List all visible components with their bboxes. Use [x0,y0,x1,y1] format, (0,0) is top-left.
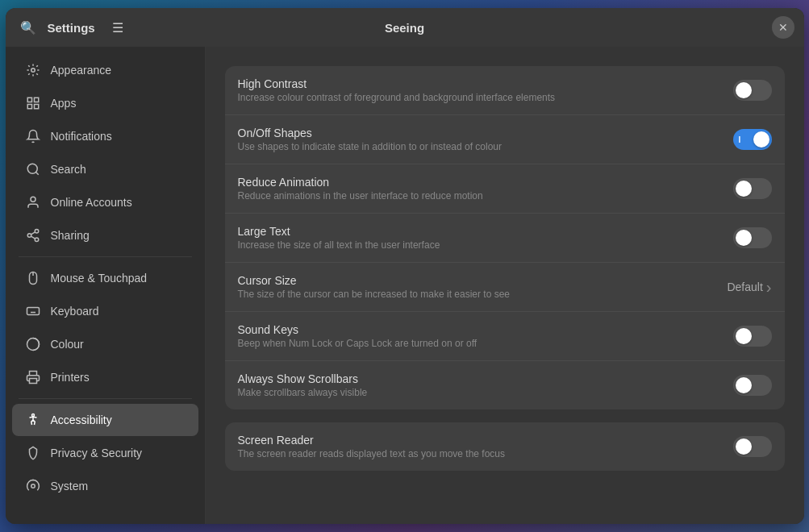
titlebar: 🔍 Settings ☰ Seeing ✕ [6,8,804,47]
reduce-animation-control [733,178,772,199]
search-button[interactable]: 🔍 [15,15,41,40]
large-text-title: Large Text [238,225,733,238]
large-text-control [733,227,772,248]
sidebar-item-label: Mouse & Touchpad [51,272,148,285]
on-off-shapes-thumb [753,131,769,148]
cursor-size-title: Cursor Size [238,274,728,287]
chevron-right-icon: › [766,278,772,297]
svg-point-9 [27,234,31,238]
sound-keys-track [733,326,772,347]
on-off-shapes-text: On/Off Shapes Use shapes to indicate sta… [238,127,733,152]
svg-rect-17 [29,379,36,384]
large-text-row: Large Text Increase the size of all text… [225,214,785,263]
svg-line-11 [31,236,35,239]
sound-keys-desc: Beep when Num Lock or Caps Lock are turn… [238,338,733,349]
large-text-text: Large Text Increase the size of all text… [238,225,733,251]
sidebar-item-printers[interactable]: Printers [12,361,198,393]
screen-reader-desc: The screen reader reads displayed text a… [238,448,733,459]
apps-icon [25,95,41,111]
reduce-animation-row: Reduce Animation Reduce animations in th… [225,164,785,214]
on-off-shapes-toggle[interactable]: I [733,129,772,150]
appearance-icon [25,62,41,78]
reduce-animation-title: Reduce Animation [238,176,733,189]
sidebar-item-colour[interactable]: Colour [12,328,198,360]
sidebar-item-online-accounts[interactable]: Online Accounts [12,186,198,218]
sidebar-item-keyboard[interactable]: Keyboard [12,295,198,327]
screen-reader-toggle[interactable] [733,436,772,457]
sidebar-item-appearance[interactable]: Appearance [12,54,198,86]
keyboard-icon [25,303,41,319]
page-title: Seeing [385,21,424,35]
sidebar-item-notifications[interactable]: Notifications [12,120,198,152]
sidebar-item-label: Accessibility [51,414,112,426]
svg-point-10 [35,238,39,242]
svg-rect-3 [27,105,31,109]
screen-reader-track [733,436,772,457]
always-show-scrollbars-thumb [736,377,752,393]
sidebar-divider [19,256,192,257]
printers-icon [25,369,41,385]
titlebar-center: Seeing [209,21,601,35]
sidebar-item-apps[interactable]: Apps [12,87,198,119]
reduce-animation-thumb [736,181,752,197]
svg-point-18 [31,414,34,417]
svg-line-12 [31,232,35,235]
sidebar-item-label: Privacy & Security [51,447,143,459]
sidebar-item-label: Colour [51,338,84,351]
search-icon: 🔍 [20,20,36,35]
always-show-scrollbars-row: Always Show Scrollbars Make scrollbars a… [225,361,785,409]
always-show-scrollbars-toggle[interactable] [733,375,772,396]
on-off-shapes-title: On/Off Shapes [238,127,733,139]
screen-reader-title: Screen Reader [238,434,733,447]
sound-keys-thumb [736,328,752,344]
svg-rect-4 [34,105,38,109]
cursor-size-row[interactable]: Cursor Size The size of the cursor can b… [225,263,785,312]
sound-keys-row: Sound Keys Beep when Num Lock or Caps Lo… [225,312,785,361]
titlebar-left: 🔍 Settings ☰ [15,15,209,40]
always-show-scrollbars-track [733,375,772,396]
sidebar-item-label: Keyboard [51,305,99,318]
sidebar-item-label: Search [51,163,86,176]
close-icon: ✕ [778,21,788,34]
on-off-shapes-control: I [733,129,772,150]
high-contrast-toggle[interactable] [733,80,772,101]
system-icon [25,478,41,494]
settings-window: 🔍 Settings ☰ Seeing ✕ A [6,8,804,524]
svg-rect-2 [34,98,38,102]
high-contrast-thumb [736,82,752,98]
search-sidebar-icon [25,161,41,177]
sidebar-item-sharing[interactable]: Sharing [12,219,198,251]
window-content: Appearance Apps Notifications [6,47,804,524]
sound-keys-toggle[interactable] [733,326,772,347]
cursor-size-control: Default › [727,278,771,297]
on-off-shapes-desc: Use shapes to indicate state in addition… [238,141,733,152]
online-accounts-icon [25,194,41,210]
menu-button[interactable]: ☰ [105,15,131,40]
high-contrast-title: High Contrast [238,77,733,90]
sidebar-item-system[interactable]: System [12,470,198,502]
settings-group-2: Screen Reader The screen reader reads di… [225,422,785,471]
sidebar-item-mouse-touchpad[interactable]: Mouse & Touchpad [12,262,198,294]
always-show-scrollbars-control [733,375,772,396]
svg-point-5 [27,164,37,173]
accessibility-icon [25,412,41,428]
large-text-toggle[interactable] [733,227,772,248]
svg-point-19 [31,484,35,488]
close-button[interactable]: ✕ [772,16,794,39]
cursor-size-value: Default [727,281,762,293]
high-contrast-desc: Increase colour contrast of foreground a… [238,92,733,103]
svg-point-8 [35,230,39,234]
menu-icon: ☰ [112,20,123,35]
on-off-shape-icon: I [739,135,741,144]
sidebar-item-accessibility[interactable]: Accessibility [12,404,198,436]
svg-rect-1 [27,98,31,102]
sidebar-item-privacy-security[interactable]: Privacy & Security [12,437,198,469]
colour-icon [25,336,41,352]
reduce-animation-track [733,178,772,199]
sidebar-item-label: Apps [51,97,77,110]
reduce-animation-toggle[interactable] [733,178,772,199]
sidebar-item-search[interactable]: Search [12,153,198,185]
sound-keys-control [733,326,772,347]
reduce-animation-desc: Reduce animations in the user interface … [238,190,733,202]
svg-rect-15 [27,308,39,315]
